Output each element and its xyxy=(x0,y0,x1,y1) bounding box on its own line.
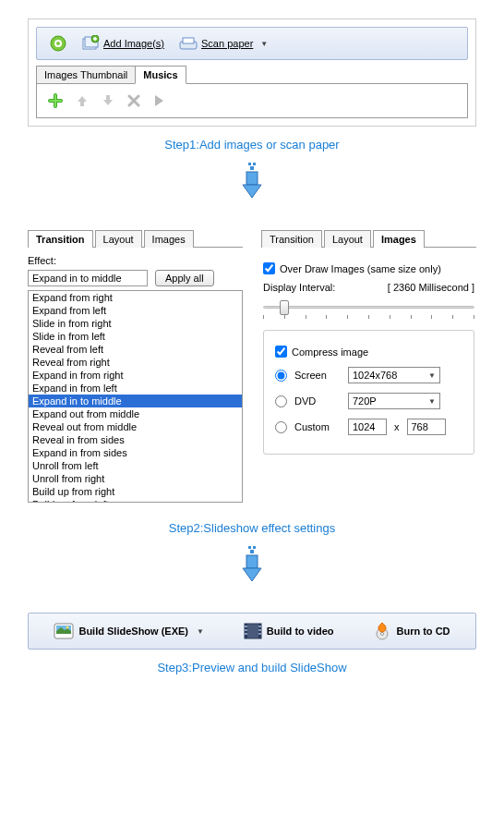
chevron-down-icon: ▼ xyxy=(428,371,436,380)
right-tab-transition[interactable]: Transition xyxy=(261,230,322,248)
svg-rect-10 xyxy=(250,166,254,170)
effect-option[interactable]: Reveal from left xyxy=(29,343,242,356)
add-button[interactable] xyxy=(48,93,63,108)
over-draw-label: Over Draw Images (same size only) xyxy=(280,263,441,274)
dvd-label: DVD xyxy=(294,395,341,407)
images-panel: Transition Layout Images Over Draw Image… xyxy=(261,229,476,510)
svg-rect-11 xyxy=(246,172,258,185)
build-toolbar: Build SlideShow (EXE) ▼ Build to video B… xyxy=(28,613,476,650)
custom-label: Custom xyxy=(294,421,341,432)
svg-rect-8 xyxy=(248,163,251,165)
help-button[interactable] xyxy=(46,33,70,54)
step-arrow-2 xyxy=(28,546,476,585)
help-icon xyxy=(50,35,66,52)
svg-rect-12 xyxy=(248,546,251,549)
right-tab-layout[interactable]: Layout xyxy=(324,230,371,248)
svg-rect-22 xyxy=(245,626,247,627)
delete-button[interactable] xyxy=(127,94,140,107)
slideshow-icon xyxy=(54,623,74,639)
effect-listbox[interactable]: Expand from rightExpand from leftSlide i… xyxy=(28,290,243,503)
add-image-icon xyxy=(81,35,100,52)
add-images-button[interactable]: Add Image(s) xyxy=(78,33,168,54)
svg-rect-9 xyxy=(253,163,256,165)
effect-option[interactable]: Expand in from sides xyxy=(29,446,242,459)
apply-all-button[interactable]: Apply all xyxy=(155,270,214,286)
burn-cd-label: Burn to CD xyxy=(396,626,450,637)
screen-label: Screen xyxy=(294,370,341,381)
scan-paper-button[interactable]: Scan paper ▼ xyxy=(175,34,271,53)
add-images-label: Add Image(s) xyxy=(103,38,164,49)
step2-caption: Step2:Slideshow effect settings xyxy=(28,521,476,535)
effect-option[interactable]: Expand from right xyxy=(29,291,242,304)
burn-cd-button[interactable]: Burn to CD xyxy=(367,619,455,643)
effect-option[interactable]: Expand out from middle xyxy=(29,407,242,420)
effect-option[interactable]: Expand in from left xyxy=(29,382,242,395)
build-video-button[interactable]: Build to video xyxy=(238,620,340,642)
effect-option[interactable]: Slide in from right xyxy=(29,317,242,330)
svg-rect-24 xyxy=(245,633,247,635)
svg-rect-14 xyxy=(250,550,254,553)
dvd-radio[interactable] xyxy=(275,395,287,407)
tab-musics[interactable]: Musics xyxy=(135,66,186,84)
compress-group: Compress image Screen 1024x768▼ DVD 720P… xyxy=(263,330,474,455)
build-video-label: Build to video xyxy=(267,626,334,637)
slider-thumb[interactable] xyxy=(280,300,289,315)
effect-option[interactable]: Reveal out from middle xyxy=(29,420,242,433)
over-draw-checkbox[interactable] xyxy=(263,262,275,274)
musics-tab-body xyxy=(36,83,468,118)
effect-option[interactable]: Expand in from right xyxy=(29,369,242,382)
svg-point-29 xyxy=(381,633,384,636)
effect-option[interactable]: Unroll from right xyxy=(29,472,242,485)
effect-option[interactable]: Build up from left xyxy=(29,498,242,503)
custom-radio[interactable] xyxy=(275,421,287,433)
dropdown-icon: ▼ xyxy=(260,40,268,48)
arrow-down-icon xyxy=(102,94,114,107)
effect-option[interactable]: Build up from right xyxy=(29,485,242,498)
interval-slider[interactable] xyxy=(263,297,474,319)
compress-label: Compress image xyxy=(292,346,368,358)
svg-point-18 xyxy=(66,626,69,629)
tab-images-thumbnail[interactable]: Images Thumbnail xyxy=(36,66,136,84)
step1-caption: Step1:Add images or scan paper xyxy=(28,138,476,152)
play-icon xyxy=(153,94,164,107)
scanner-icon xyxy=(179,36,198,51)
step-arrow-1 xyxy=(28,163,476,201)
chevron-down-icon: ▼ xyxy=(428,397,436,406)
effect-option[interactable]: Reveal from right xyxy=(29,356,242,369)
effect-option[interactable]: Slide in from left xyxy=(29,330,242,343)
left-tab-transition[interactable]: Transition xyxy=(28,230,93,248)
svg-rect-15 xyxy=(246,555,258,568)
effect-option[interactable]: Unroll from left xyxy=(29,459,242,472)
effect-option[interactable]: Expand from left xyxy=(29,304,242,317)
svg-rect-27 xyxy=(258,633,261,635)
dvd-select[interactable]: 720P▼ xyxy=(348,393,440,409)
move-up-button[interactable] xyxy=(76,94,89,107)
effect-option[interactable]: Expand in to middle xyxy=(29,395,242,407)
play-button[interactable] xyxy=(153,94,164,107)
svg-rect-23 xyxy=(245,629,247,631)
effect-option[interactable]: Reveal in from sides xyxy=(29,433,242,446)
left-tab-layout[interactable]: Layout xyxy=(95,230,142,248)
left-tab-images[interactable]: Images xyxy=(144,230,194,248)
x-icon xyxy=(127,94,140,107)
move-down-button[interactable] xyxy=(102,94,114,107)
custom-width-input[interactable] xyxy=(348,419,387,435)
plus-icon xyxy=(48,93,63,108)
screen-select[interactable]: 1024x768▼ xyxy=(348,367,440,383)
build-slideshow-button[interactable]: Build SlideShow (EXE) ▼ xyxy=(48,620,209,642)
scan-paper-label: Scan paper xyxy=(201,38,253,49)
step3-caption: Step3:Preview and build SlideShow xyxy=(28,661,476,674)
top-toolbar: Add Image(s) Scan paper ▼ xyxy=(36,27,468,60)
screen-radio[interactable] xyxy=(275,370,287,382)
compress-checkbox[interactable] xyxy=(275,346,287,358)
burn-cd-icon xyxy=(373,622,391,640)
svg-rect-26 xyxy=(258,629,261,631)
svg-point-2 xyxy=(56,42,60,45)
custom-x: x xyxy=(394,421,400,432)
effect-input[interactable] xyxy=(28,270,148,286)
right-tab-images[interactable]: Images xyxy=(373,230,425,248)
arrow-up-icon xyxy=(76,94,89,107)
svg-rect-13 xyxy=(253,546,256,549)
custom-height-input[interactable] xyxy=(407,419,446,435)
svg-rect-25 xyxy=(258,626,261,627)
